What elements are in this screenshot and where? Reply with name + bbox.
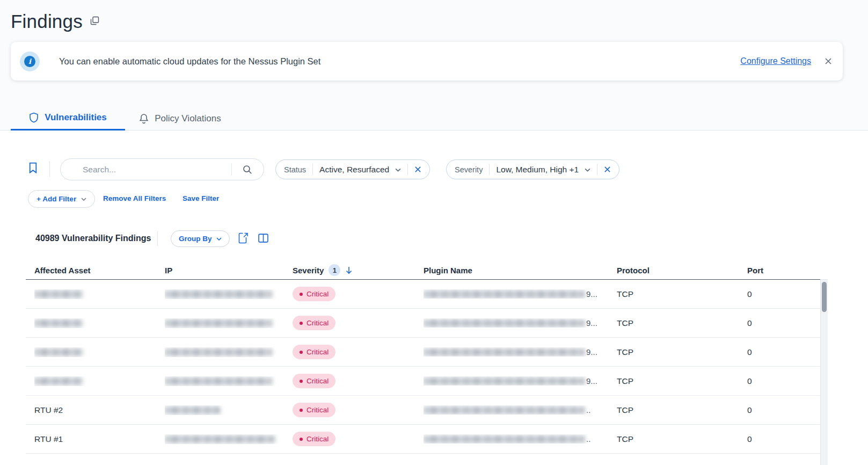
plugin-name-suffix: ..	[586, 405, 590, 415]
severity-dot-icon	[300, 351, 303, 354]
severity-cell: Critical	[293, 316, 424, 330]
close-icon[interactable]	[825, 57, 832, 65]
bookmark-icon[interactable]	[28, 162, 38, 173]
redacted-plugin-name	[424, 406, 585, 414]
protocol-cell: TCP	[617, 405, 747, 415]
severity-dot-icon	[300, 380, 303, 383]
redacted-ip	[165, 290, 272, 298]
severity-dot-icon	[300, 438, 303, 441]
protocol-cell: TCP	[617, 376, 747, 386]
remove-filter-icon[interactable]	[604, 166, 611, 173]
filter-label: Status	[284, 165, 306, 174]
severity-cell: Critical	[293, 345, 424, 359]
add-filter-button[interactable]: + Add Filter	[28, 190, 95, 208]
redacted-ip	[165, 319, 272, 327]
findings-count: 40989 Vulnerability Findings	[35, 234, 151, 243]
tab-policy-violations[interactable]: Policy Violations	[125, 106, 235, 130]
ip-cell	[165, 434, 293, 444]
filter-pill-severity: Severity Low, Medium, High +1	[446, 159, 619, 179]
column-header-protocol[interactable]: Protocol	[617, 266, 747, 275]
asset-name: RTU #1	[34, 434, 63, 444]
asset-name: RTU #2	[34, 405, 63, 415]
column-header-severity[interactable]: Severity 1	[293, 264, 424, 276]
page-header: Findings	[11, 10, 99, 33]
plugin-name-cell: 9...	[424, 347, 617, 357]
remove-filter-icon[interactable]	[414, 166, 421, 173]
severity-dot-icon	[300, 322, 303, 325]
port-cell: 0	[747, 289, 828, 299]
severity-cell: Critical	[293, 374, 424, 388]
ip-cell	[165, 318, 293, 328]
severity-cell: Critical	[293, 287, 424, 301]
redacted-plugin-name	[424, 348, 585, 356]
scrollbar-thumb[interactable]	[822, 282, 827, 312]
severity-dot-icon	[300, 293, 303, 296]
divider	[597, 164, 597, 175]
ip-cell	[165, 289, 293, 299]
ip-cell	[165, 376, 293, 386]
configure-settings-link[interactable]: Configure Settings	[740, 56, 811, 66]
plugin-name-suffix: 9...	[586, 347, 597, 357]
table-header: Affected Asset IP Severity 1 Plugin Name…	[26, 261, 828, 280]
content-area: Status Active, Resurfaced Severity Low, …	[0, 131, 868, 465]
plugin-name-cell: ..	[424, 434, 617, 444]
column-header-port[interactable]: Port	[747, 266, 828, 275]
redacted-plugin-name	[424, 377, 585, 385]
page-title: Findings	[11, 10, 83, 33]
plugin-name-suffix: 9...	[586, 289, 597, 299]
search-icon[interactable]	[243, 165, 252, 175]
banner-message: You can enable automatic cloud updates f…	[59, 56, 320, 67]
plugin-name-suffix: ..	[586, 434, 590, 444]
column-header-affected-asset[interactable]: Affected Asset	[34, 266, 165, 275]
protocol-cell: TCP	[617, 434, 747, 444]
table-row[interactable]: Critical9...TCP0	[26, 309, 828, 338]
info-icon: i	[20, 52, 40, 71]
affected-asset-cell	[34, 376, 165, 386]
severity-dot-icon	[300, 409, 303, 412]
affected-asset-cell	[34, 289, 165, 299]
group-by-button[interactable]: Group By	[171, 230, 230, 247]
severity-filter-dropdown[interactable]: Low, Medium, High +1	[496, 165, 590, 175]
sort-descending-icon[interactable]	[345, 266, 353, 274]
save-filter-button[interactable]: Save Filter	[183, 194, 219, 202]
plugin-name-cell: ..	[424, 405, 617, 415]
tab-label: Vulnerabilities	[45, 112, 107, 123]
plugin-name-cell: 9...	[424, 318, 617, 328]
status-filter-dropdown[interactable]: Active, Resurfaced	[319, 165, 401, 175]
search-input[interactable]	[61, 159, 264, 180]
remove-all-filters-button[interactable]: Remove All Filters	[103, 194, 166, 202]
severity-badge: Critical	[293, 403, 335, 417]
redacted-ip	[165, 406, 220, 414]
group-by-label: Group By	[179, 235, 212, 243]
port-cell: 0	[747, 434, 828, 444]
table-row[interactable]: Critical9...TCP0	[26, 367, 828, 396]
table-row[interactable]: Critical9...TCP0	[26, 338, 828, 367]
protocol-cell: TCP	[617, 289, 747, 299]
table-row[interactable]: RTU #2Critical..TCP0	[26, 396, 828, 425]
vertical-scrollbar[interactable]	[820, 279, 828, 465]
table-row[interactable]: RTU #1Critical..TCP0	[26, 425, 828, 454]
filter-value: Active, Resurfaced	[319, 165, 389, 175]
redacted-ip	[165, 377, 272, 385]
redacted-asset	[34, 377, 83, 385]
sort-order-badge: 1	[329, 264, 340, 276]
shield-icon	[29, 112, 39, 123]
redacted-asset	[34, 290, 83, 298]
affected-asset-cell	[34, 347, 165, 357]
plugin-name-suffix: 9...	[586, 376, 597, 386]
ip-cell	[165, 347, 293, 357]
severity-badge: Critical	[293, 345, 335, 359]
findings-table: Affected Asset IP Severity 1 Plugin Name…	[26, 261, 828, 454]
protocol-cell: TCP	[617, 318, 747, 328]
export-icon[interactable]	[238, 233, 249, 244]
column-header-ip[interactable]: IP	[165, 266, 293, 275]
column-header-plugin-name[interactable]: Plugin Name	[424, 266, 617, 275]
columns-icon[interactable]	[258, 234, 268, 243]
severity-cell: Critical	[293, 403, 424, 417]
severity-badge: Critical	[293, 432, 335, 446]
severity-badge: Critical	[293, 374, 335, 388]
tab-vulnerabilities[interactable]: Vulnerabilities	[11, 106, 125, 130]
divider	[312, 164, 313, 175]
table-row[interactable]: Critical9...TCP0	[26, 280, 828, 309]
add-filter-label: + Add Filter	[37, 195, 76, 203]
